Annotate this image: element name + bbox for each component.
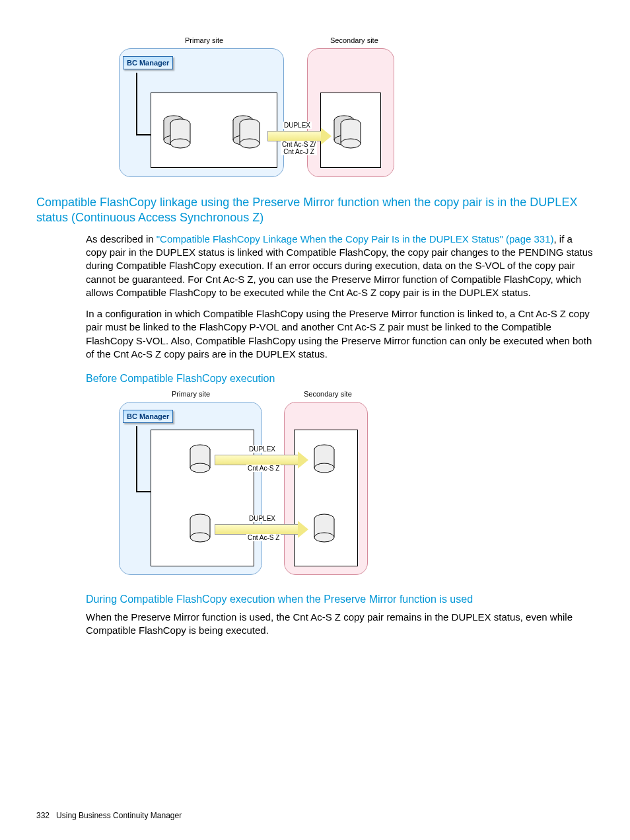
volume-icon bbox=[162, 112, 195, 149]
arrow-label-type: Cnt Ac-S Z/ Cnt Ac-J Z bbox=[281, 141, 317, 155]
diagram-duplex-linkage: Primary site Secondary site BC Manager D… bbox=[86, 36, 403, 182]
svg-point-39 bbox=[314, 463, 334, 473]
secondary-site-label: Secondary site bbox=[330, 36, 378, 44]
diagram-before-flashcopy: Primary site Secondary site BC Manager D… bbox=[86, 390, 403, 582]
page-footer: 332 Using Business Continuity Manager bbox=[36, 811, 182, 820]
volume-icon bbox=[312, 512, 336, 545]
footer-chapter: Using Business Continuity Manager bbox=[56, 811, 182, 820]
subsection-heading: Before Compatible FlashCopy execution bbox=[86, 373, 594, 385]
arrow-label-status: DUPLEX bbox=[248, 515, 277, 522]
primary-site-label: Primary site bbox=[172, 390, 210, 398]
svg-point-9 bbox=[170, 139, 190, 148]
xref-link[interactable]: "Compatible FlashCopy Linkage When the C… bbox=[157, 233, 554, 245]
volume-icon bbox=[188, 512, 212, 545]
body-paragraph: In a configuration in which Compatible F… bbox=[86, 307, 594, 361]
bc-connector-v bbox=[136, 426, 137, 492]
arrow-label-status: DUPLEX bbox=[248, 445, 277, 453]
svg-point-19 bbox=[240, 139, 260, 148]
subsection-heading: During Compatible FlashCopy execution wh… bbox=[86, 593, 594, 605]
replication-arrow bbox=[267, 131, 322, 141]
svg-point-49 bbox=[314, 533, 334, 542]
secondary-site-label: Secondary site bbox=[304, 390, 352, 398]
arrow-label-status: DUPLEX bbox=[283, 122, 312, 129]
arrow-label-type: Cnt Ac-S Z bbox=[246, 534, 281, 541]
bc-manager-box: BC Manager bbox=[123, 56, 173, 69]
section-heading: Compatible FlashCopy linkage using the P… bbox=[36, 195, 594, 226]
bc-connector-h bbox=[136, 134, 151, 135]
volume-icon bbox=[332, 112, 365, 149]
volume-icon bbox=[312, 443, 336, 476]
svg-point-34 bbox=[190, 463, 210, 473]
arrow-label-type: Cnt Ac-S Z bbox=[246, 465, 281, 472]
replication-arrow bbox=[215, 455, 298, 465]
svg-point-44 bbox=[190, 533, 210, 542]
body-paragraph: When the Preserve Mirror function is use… bbox=[86, 611, 594, 638]
bc-connector-v bbox=[136, 73, 137, 135]
volume-icon bbox=[231, 112, 264, 149]
svg-point-29 bbox=[341, 139, 361, 148]
bc-manager-box: BC Manager bbox=[123, 410, 173, 423]
body-paragraph: As described in "Compatible FlashCopy Li… bbox=[86, 233, 594, 299]
bc-connector-h bbox=[136, 491, 151, 492]
replication-arrow bbox=[215, 524, 298, 535]
volume-icon bbox=[188, 443, 212, 476]
primary-site-label: Primary site bbox=[185, 36, 223, 44]
page-number: 332 bbox=[36, 811, 50, 820]
